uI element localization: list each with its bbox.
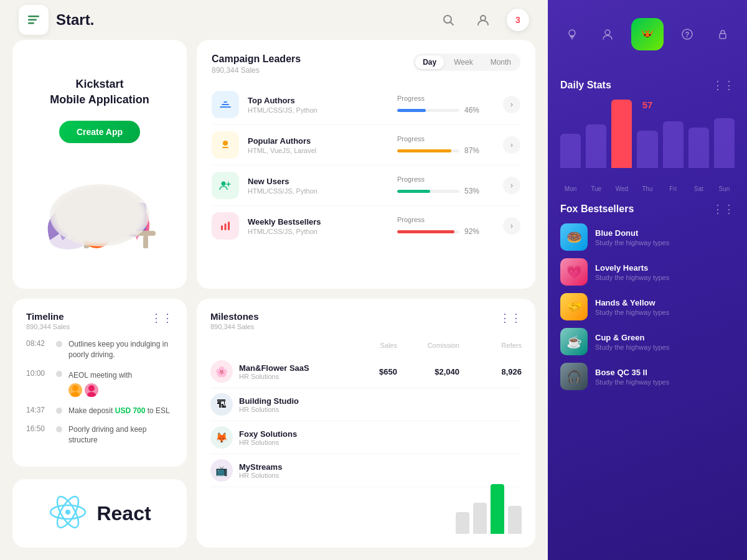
ms-info-building: Building Studio HR Solutions [239,396,299,413]
new-users-arrow[interactable]: › [503,177,520,194]
fox-bestsellers-more[interactable]: ⋮⋮ [712,202,735,216]
top-authors-info: Top Authors HTML/CSS/JS, Python [248,96,397,114]
chart-bar-fri [663,121,684,168]
milestones-more-button[interactable]: ⋮⋮ [499,311,522,325]
svg-rect-20 [222,147,228,148]
progress-pct-2: 87% [464,146,479,155]
top-authors-arrow[interactable]: › [503,96,520,113]
tl-time-1: 08:42 [26,339,50,348]
new-users-name: New Users [248,177,397,186]
ms-type-manflower: HR Solutions [239,373,309,380]
svg-line-4 [451,22,454,26]
milestones-subtitle: 890,344 Sales [210,323,259,330]
tab-month[interactable]: Month [483,55,519,69]
ms-entity-foxy: 🦊 Foxy Solutions HR Solutions [210,426,335,449]
logo-text: Start. [56,11,94,29]
milestones-card: Milestones 890,344 Sales ⋮⋮ Sales Comiss… [197,299,535,548]
campaign-row-popular-authors: Popular Authors HTML, VueJS, Laravel Pro… [212,125,520,166]
svg-rect-18 [223,101,227,103]
tab-day[interactable]: Day [415,55,444,69]
fox-info-bose: Bose QC 35 II Study the highway types [595,368,735,386]
fox-desc-lovely-hearts: Study the highway types [595,274,735,281]
svg-point-34 [65,510,70,515]
search-icon[interactable] [437,9,459,31]
progress-bar-1: 46% [397,106,497,114]
svg-rect-26 [228,222,230,230]
user-icon[interactable] [472,9,494,31]
tl-avatar-2 [85,383,98,397]
tab-week[interactable]: Week [446,55,480,69]
ms-entity-manflower: 🌸 Man&Flower SaaS HR Solutions [210,360,335,383]
new-users-tech: HTML/CSS/JS, Python [248,187,397,195]
fox-item-cup-green: ☕ Cup & Green Study the highway types [560,328,735,355]
svg-rect-0 [28,16,39,17]
svg-point-38 [649,34,651,36]
ms-name-manflower: Man&Flower SaaS [239,363,309,373]
ms-type-foxy: HR Solutions [239,439,297,446]
fox-name-hands-yellow: Hands & Yellow [595,298,735,307]
fox-thumb-hands-yellow: 🤝 [560,293,588,320]
tl-text-2: AEOL meeting with [68,371,132,380]
sidebar-nav-lock[interactable] [710,22,735,47]
milestones-title-block: Milestones 890,344 Sales [210,311,259,330]
ms-commission-manflower: $2,040 [397,367,459,376]
fox-thumb-cup-green: ☕ [560,328,588,355]
create-app-button[interactable]: Create App [59,121,140,143]
weekly-arrow[interactable]: › [503,217,520,235]
ms-info-mystreams: MyStreams HR Solutions [239,462,282,479]
ms-bar-2 [473,503,487,534]
fox-bestsellers-title: Fox Bestsellers [560,203,634,215]
fox-name-bose: Bose QC 35 II [595,368,735,377]
daily-stats-title: Daily Stats [560,80,611,91]
ms-icon-mystreams: 📺 [210,459,233,482]
fox-thumb-bose: 🎧 [560,363,588,390]
tl-avatar-1 [68,383,82,397]
timeline-list: 08:42 Outlines keep you indulging in poo… [26,339,173,446]
popular-authors-arrow[interactable]: › [503,136,520,154]
svg-point-27 [72,385,78,391]
ms-entity-building: 🏗 Building Studio HR Solutions [210,393,335,416]
ms-icon-foxy: 🦊 [210,426,233,449]
ms-sales-manflower: $650 [335,367,397,376]
notification-badge[interactable]: 3 [507,9,529,31]
ms-icon-building: 🏗 [210,393,233,416]
ms-col-commission: Comission [397,342,459,349]
fox-name-lovely-hearts: Lovely Hearts [595,263,735,273]
timeline-subtitle: 890,344 Sales [26,323,70,330]
svg-rect-1 [28,19,37,21]
timeline-more-button[interactable]: ⋮⋮ [151,311,173,325]
sidebar-nav-fox-active[interactable] [631,18,664,50]
campaign-tabs: Day Week Month [413,54,520,71]
timeline-card: Timeline 890,344 Sales ⋮⋮ 08:42 Outlines… [12,299,187,467]
sidebar-top-nav: ? [548,0,747,68]
svg-point-36 [605,30,610,35]
campaign-title: Campaign Leaders [212,54,413,65]
sidebar-nav-help[interactable]: ? [675,22,700,47]
sidebar-nav-lightbulb[interactable] [560,22,585,47]
chart-bar-sat [688,128,709,168]
chart-label-tue: Tue [586,185,606,192]
tl-text-4: Poorly driving and keep structure [68,424,173,446]
ms-col-entity [210,342,335,349]
header: Start. 3 [0,0,548,40]
ms-name-building: Building Studio [239,396,299,406]
chart-peak-value: 57 [642,100,653,110]
milestones-header: Milestones 890,344 Sales ⋮⋮ [210,311,522,330]
progress-label-1: Progress [397,95,497,102]
sidebar-nav-user[interactable] [595,22,620,47]
progress-bar-2: 87% [397,146,497,155]
ms-row-foxy: 🦊 Foxy Solutions HR Solutions [210,421,522,454]
daily-stats-chart: 57 [560,100,735,180]
chart-label-wed: Wed [611,185,632,192]
top-authors-icon [212,91,239,118]
popular-authors-tech: HTML, VueJS, Laravel [248,147,397,154]
fox-desc-hands-yellow: Study the highway types [595,309,735,316]
svg-point-37 [644,34,646,36]
ms-entity-mystreams: 📺 MyStreams HR Solutions [210,459,335,482]
react-card: React [12,479,187,548]
fox-desc-bose: Study the highway types [595,378,735,386]
popular-authors-progress: Progress 87% [397,135,497,155]
tl-text-1: Outlines keep you indulging in poorly dr… [68,339,173,360]
daily-stats-more[interactable]: ⋮⋮ [712,78,735,92]
tl-time-4: 16:50 [26,424,50,433]
